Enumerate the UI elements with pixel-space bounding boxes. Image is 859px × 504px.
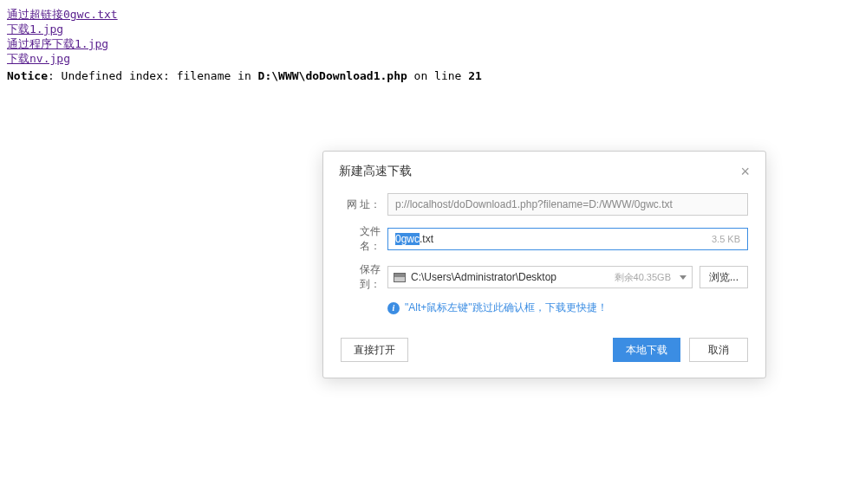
page-links: 通过超链接0gwc.txt 下载1.jpg 通过程序下载1.jpg 下载nv.j… <box>0 0 859 66</box>
close-icon[interactable]: × <box>740 164 750 179</box>
filename-input[interactable]: 0gwc.txt 3.5 KB <box>387 228 748 250</box>
link-3[interactable]: 下载nv.jpg <box>7 51 70 66</box>
dialog-header: 新建高速下载 × <box>323 152 765 188</box>
cancel-button[interactable]: 取消 <box>689 338 748 362</box>
saveto-row: 保存到： C:\Users\Administrator\Desktop 剩余40… <box>341 262 748 292</box>
hint-row: i "Alt+鼠标左键"跳过此确认框，下载更快捷！ <box>387 300 748 315</box>
notice-prefix: Notice <box>7 69 48 82</box>
php-notice: Notice: Undefined index: filename in D:\… <box>0 66 859 86</box>
link-2[interactable]: 通过程序下载1.jpg <box>7 36 108 51</box>
notice-line-num: 21 <box>468 69 482 82</box>
url-input[interactable]: p://localhost/doDownload1.php?filename=D… <box>387 193 748 216</box>
dialog-body: 网 址： p://localhost/doDownload1.php?filen… <box>323 188 765 324</box>
link-1[interactable]: 下载1.jpg <box>7 22 63 36</box>
info-icon: i <box>387 302 400 314</box>
saveto-dropdown[interactable]: C:\Users\Administrator\Desktop 剩余40.35GB <box>387 266 693 288</box>
dialog-footer: 直接打开 本地下载 取消 <box>323 324 765 378</box>
download-local-button[interactable]: 本地下载 <box>613 338 680 362</box>
filename-text: 0gwc.txt <box>395 233 433 245</box>
dialog-title: 新建高速下载 <box>339 164 412 179</box>
space-left: 剩余40.35GB <box>615 271 671 284</box>
filename-label: 文件名： <box>341 224 381 254</box>
link-0[interactable]: 通过超链接0gwc.txt <box>7 7 118 22</box>
file-size: 3.5 KB <box>712 234 740 244</box>
url-label: 网 址： <box>341 197 381 212</box>
notice-path: D:\WWW\doDownload1.php <box>258 69 407 82</box>
chevron-down-icon <box>680 275 687 280</box>
saveto-path: C:\Users\Administrator\Desktop <box>394 271 556 283</box>
download-dialog: 新建高速下载 × 网 址： p://localhost/doDownload1.… <box>322 151 766 378</box>
disk-icon <box>394 273 406 282</box>
url-row: 网 址： p://localhost/doDownload1.php?filen… <box>341 193 748 216</box>
browse-button[interactable]: 浏览... <box>700 266 748 288</box>
filename-row: 文件名： 0gwc.txt 3.5 KB <box>341 224 748 254</box>
open-direct-button[interactable]: 直接打开 <box>341 338 408 362</box>
saveto-label: 保存到： <box>341 262 381 292</box>
hint-text: "Alt+鼠标左键"跳过此确认框，下载更快捷！ <box>405 300 608 315</box>
